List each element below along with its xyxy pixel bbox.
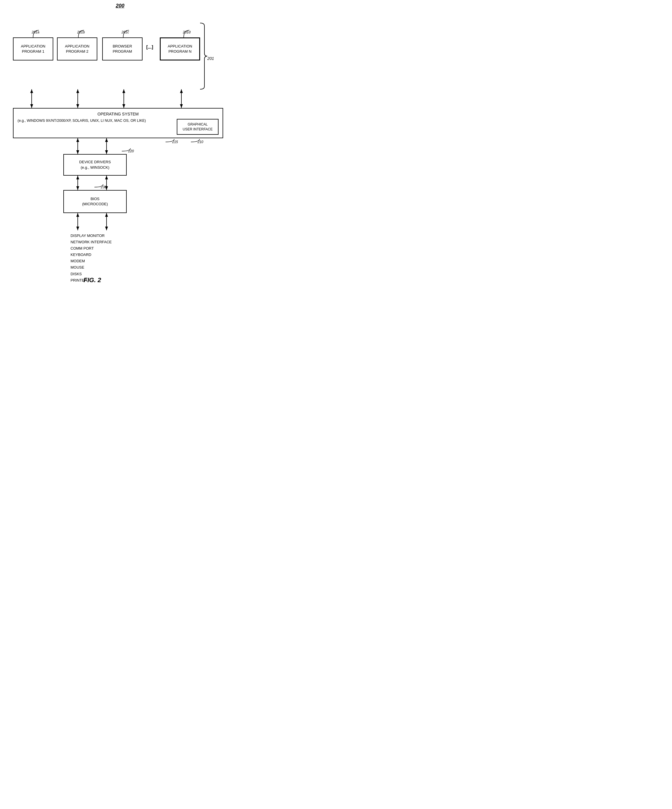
app-program-1-box: APPLICATION PROGRAM 1: [13, 37, 53, 60]
svg-marker-17: [105, 138, 108, 142]
fig-caption: FIG. 2: [84, 276, 101, 284]
svg-marker-11: [180, 89, 183, 93]
svg-marker-2: [30, 89, 33, 93]
ref-201: 201: [207, 56, 214, 61]
svg-marker-10: [180, 104, 183, 108]
figure-number: 200: [116, 3, 124, 9]
svg-marker-23: [105, 176, 108, 180]
hardware-item-display: DISPLAY MONITOR: [71, 233, 112, 239]
svg-marker-7: [123, 104, 125, 108]
svg-marker-8: [123, 89, 125, 93]
svg-marker-29: [105, 213, 108, 217]
os-subtitle: (e.g., WINDOWS 9X/NT/2000/XP, SOLARIS, U…: [18, 118, 146, 124]
operating-system-box: OPERATING SYSTEM (e.g., WINDOWS 9X/NT/20…: [13, 108, 223, 138]
browser-program-box: BROWSER PROGRAM: [102, 37, 143, 60]
ellipsis-label: [...]: [146, 45, 153, 50]
hardware-list: DISPLAY MONITOR NETWORK INTERFACE COMM P…: [71, 233, 112, 284]
diagram: 200: [0, 0, 240, 289]
gui-box: GRAPHICAL USER INTERFACE: [177, 119, 218, 135]
hardware-item-keyboard: KEYBOARD: [71, 252, 112, 258]
hardware-item-comm: COMM PORT: [71, 245, 112, 252]
svg-marker-28: [105, 227, 108, 230]
svg-marker-4: [76, 104, 79, 108]
svg-marker-5: [76, 89, 79, 93]
hardware-item-network: NETWORK INTERFACE: [71, 239, 112, 245]
svg-marker-1: [30, 104, 33, 108]
bios-box: BIOS (MICROCODE): [63, 190, 127, 213]
app-program-2-box: APPLICATION PROGRAM 2: [57, 37, 97, 60]
svg-marker-14: [76, 138, 79, 142]
svg-marker-16: [105, 150, 108, 154]
svg-marker-13: [76, 150, 79, 154]
svg-marker-20: [76, 176, 79, 180]
os-title: OPERATING SYSTEM: [18, 111, 218, 117]
app-program-n-box: APPLICATION PROGRAM N: [160, 37, 200, 60]
svg-marker-25: [76, 227, 79, 230]
svg-marker-26: [76, 213, 79, 217]
hardware-item-mouse: MOUSE: [71, 264, 112, 270]
device-drivers-box: DEVICE DRIVERS (e.g., WINSOCK): [63, 154, 127, 176]
svg-marker-19: [76, 186, 79, 190]
hardware-item-modem: MODEM: [71, 258, 112, 264]
